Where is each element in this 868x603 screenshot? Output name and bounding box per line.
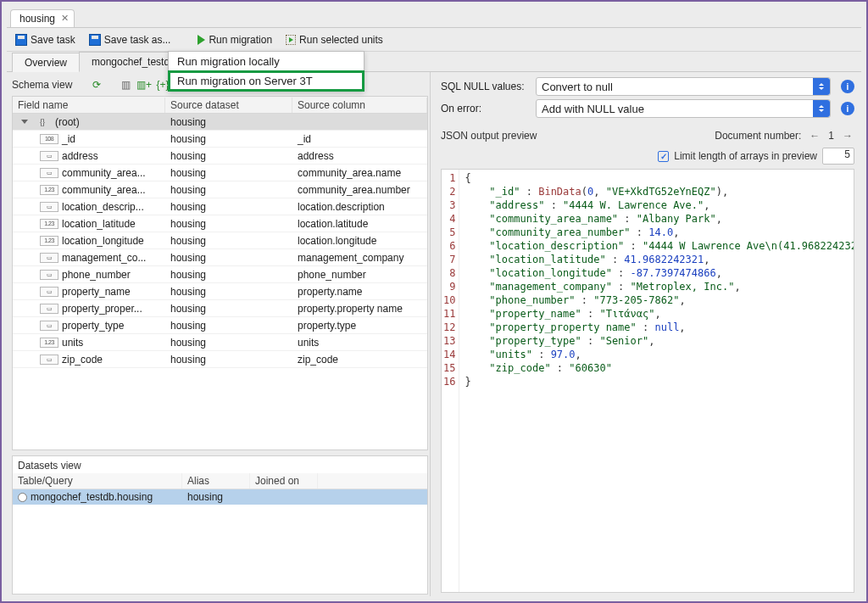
source-column-cell: units: [292, 336, 427, 349]
source-dataset-cell: housing: [165, 319, 292, 332]
source-dataset-cell: housing: [165, 183, 292, 197]
type-icon: ▭: [40, 321, 58, 331]
type-icon: ▭: [40, 355, 58, 365]
doc-number-label: Document number:: [715, 130, 801, 142]
line-gutter: 1 2 3 4 5 6 7 8 9 10 11 12 13 14 15 16: [442, 170, 459, 592]
type-icon: 108: [40, 134, 58, 144]
struct-icon[interactable]: ▥: [119, 78, 132, 92]
datasets-view: Datasets view Table/Query Alias Joined o…: [12, 455, 428, 595]
col-source-dataset[interactable]: Source dataset: [165, 98, 292, 113]
schema-row[interactable]: ▭property_typehousingproperty.type: [13, 317, 427, 334]
schema-row[interactable]: 1.23unitshousingunits: [13, 334, 427, 351]
source-dataset-cell: housing: [165, 115, 292, 129]
source-column-cell: address: [292, 149, 427, 163]
source-dataset-cell: housing: [165, 234, 292, 248]
json-output-preview[interactable]: 1 2 3 4 5 6 7 8 9 10 11 12 13 14 15 16 {…: [441, 169, 854, 593]
source-column-cell: [292, 121, 427, 123]
col-source-column[interactable]: Source column: [292, 98, 427, 113]
field-name: units: [62, 337, 83, 349]
schema-row[interactable]: 1.23location_longitudehousinglocation.lo…: [13, 232, 427, 249]
type-icon: 1.23: [40, 338, 58, 348]
next-doc-button[interactable]: →: [841, 130, 854, 142]
col-table-query[interactable]: Table/Query: [13, 473, 182, 489]
dropdown-item[interactable]: Run migration on Server 3T: [169, 71, 364, 91]
source-column-cell: phone_number: [292, 268, 427, 282]
toolbar: Save task Save task as... Run migration …: [7, 28, 861, 52]
dataset-row[interactable]: mongochef_testdb.housing housing: [13, 489, 427, 505]
source-column-cell: community_area.name: [292, 166, 427, 180]
schema-row[interactable]: ▭community_area...housingcommunity_area.…: [13, 165, 427, 181]
source-dataset-cell: housing: [165, 336, 292, 349]
save-task-button[interactable]: Save task: [12, 32, 79, 47]
json-preview-label: JSON output preview: [441, 130, 537, 142]
schema-row[interactable]: 1.23location_latitudehousinglocation.lat…: [13, 215, 427, 232]
source-column-cell: zip_code: [292, 353, 427, 366]
schema-row[interactable]: 108_idhousing_id: [13, 131, 427, 148]
run-migration-button[interactable]: Run migration: [194, 32, 275, 47]
run-selected-units-button[interactable]: Run selected units: [282, 32, 387, 47]
play-icon: [198, 35, 205, 45]
schema-row[interactable]: ▭location_descrip...housinglocation.desc…: [13, 198, 427, 215]
source-column-cell: property.name: [292, 285, 427, 299]
source-column-cell: location.latitude: [292, 217, 427, 231]
prev-doc-button[interactable]: ←: [808, 130, 821, 142]
save-as-icon: [89, 34, 101, 46]
on-error-select[interactable]: Add with NULL value: [536, 99, 831, 118]
save-icon: [15, 34, 27, 46]
sql-null-label: SQL NULL values:: [441, 81, 529, 92]
schema-row[interactable]: ▭property_namehousingproperty.name: [13, 283, 427, 300]
nav-tabs: Overview mongochef_testdb: [7, 52, 861, 72]
info-icon[interactable]: i: [841, 102, 854, 115]
schema-row[interactable]: ▭management_co...housingmanagement_compa…: [13, 249, 427, 266]
disclosure-icon[interactable]: [21, 120, 28, 124]
type-icon: 1.23: [40, 236, 58, 246]
schema-row[interactable]: {}(root)housing: [13, 114, 427, 131]
col-joined-on[interactable]: Joined on: [250, 473, 318, 489]
field-name: community_area...: [62, 167, 146, 179]
source-dataset-cell: housing: [165, 353, 292, 366]
schema-table: Field name Source dataset Source column …: [12, 96, 428, 450]
type-icon: ▭: [40, 270, 58, 280]
schema-row[interactable]: ▭phone_numberhousingphone_number: [13, 266, 427, 283]
field-name: location_latitude: [62, 218, 136, 230]
field-name: management_co...: [62, 252, 146, 264]
source-dataset-cell: housing: [165, 200, 292, 214]
source-dataset-cell: housing: [165, 132, 292, 146]
limit-arrays-checkbox[interactable]: ✓: [658, 151, 669, 162]
source-column-cell: property.property name: [292, 302, 427, 315]
schema-row[interactable]: ▭zip_codehousingzip_code: [13, 351, 427, 368]
radio-icon[interactable]: [18, 493, 27, 502]
source-dataset-cell: housing: [165, 217, 292, 231]
refresh-icon[interactable]: ⟳: [90, 78, 103, 92]
schema-row[interactable]: 1.23community_area...housingcommunity_ar…: [13, 181, 427, 198]
type-icon: ▭: [40, 202, 58, 212]
source-column-cell: management_company: [292, 251, 427, 265]
limit-arrays-input[interactable]: 5: [822, 148, 854, 165]
save-task-as-button[interactable]: Save task as...: [86, 32, 175, 47]
source-dataset-cell: housing: [165, 268, 292, 282]
schema-row[interactable]: ▭property_proper...housingproperty.prope…: [13, 300, 427, 317]
sql-null-select[interactable]: Convert to null: [536, 77, 831, 96]
type-icon: 1.23: [40, 185, 58, 195]
source-column-cell: community_area.number: [292, 183, 427, 197]
document-tab-housing[interactable]: housing ✕: [10, 9, 75, 27]
source-column-cell: property.type: [292, 319, 427, 332]
close-icon[interactable]: ✕: [61, 13, 69, 24]
tab-overview[interactable]: Overview: [12, 53, 80, 72]
field-name: location_descrip...: [62, 201, 144, 213]
field-name: location_longitude: [62, 235, 144, 247]
info-icon[interactable]: i: [841, 80, 854, 93]
dropdown-item[interactable]: Run migration locally: [169, 52, 364, 71]
on-error-label: On error:: [441, 103, 529, 114]
schema-row[interactable]: ▭addresshousingaddress: [13, 148, 427, 165]
type-icon: ▭: [40, 304, 58, 314]
type-icon: 1.23: [40, 219, 58, 229]
add-field-icon[interactable]: ▥+: [137, 78, 151, 92]
field-name: (root): [55, 116, 80, 128]
source-column-cell: location.description: [292, 200, 427, 214]
col-alias[interactable]: Alias: [182, 473, 250, 489]
doc-number-value: 1: [828, 130, 834, 142]
run-migration-dropdown: Run migration locallyRun migration on Se…: [168, 51, 364, 92]
field-name: zip_code: [62, 354, 103, 366]
col-field-name[interactable]: Field name: [13, 98, 165, 113]
